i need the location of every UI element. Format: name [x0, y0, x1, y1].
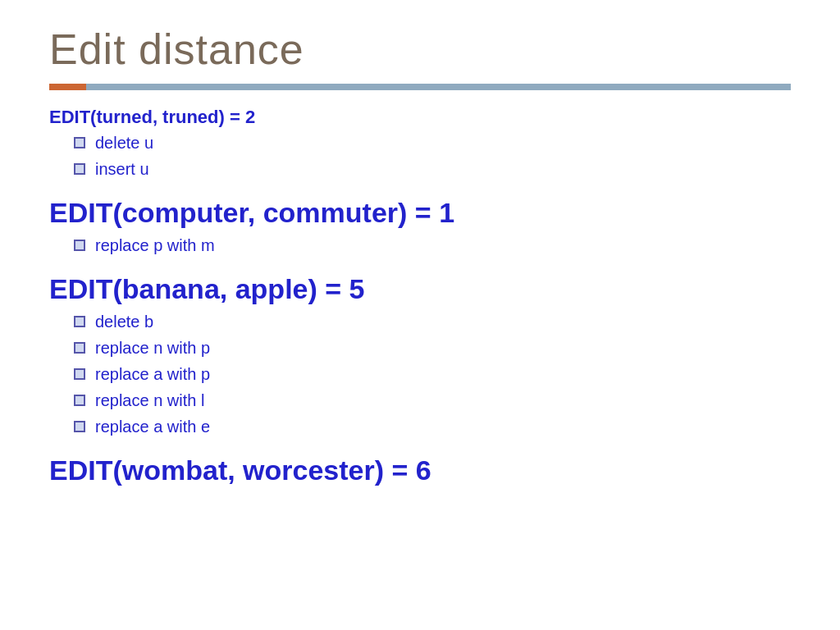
section-2-bullets: replace p with m	[49, 234, 791, 257]
bullet-icon	[74, 137, 85, 148]
section-1-heading: EDIT(turned, truned) = 2	[49, 107, 791, 128]
list-item: delete u	[74, 131, 791, 154]
bullet-icon	[74, 342, 85, 354]
list-item: replace n with p	[74, 336, 791, 359]
bullet-text: replace n with p	[95, 336, 210, 359]
bullet-icon	[74, 163, 85, 175]
section-1: EDIT(turned, truned) = 2 delete u insert…	[49, 107, 791, 180]
bullet-icon	[74, 368, 85, 380]
list-item: replace a with p	[74, 363, 791, 386]
bullet-icon	[74, 240, 85, 251]
divider-orange	[49, 84, 86, 90]
section-4: EDIT(wombat, worcester) = 6	[49, 454, 791, 486]
slide: Edit distance EDIT(turned, truned) = 2 d…	[0, 0, 840, 630]
section-2: EDIT(computer, commuter) = 1 replace p w…	[49, 197, 791, 257]
section-3-heading: EDIT(banana, apple) = 5	[49, 273, 791, 305]
list-item: insert u	[74, 158, 791, 180]
page-title: Edit distance	[49, 25, 791, 74]
section-3-bullets: delete b replace n with p replace a with…	[49, 310, 791, 438]
bullet-text: delete u	[95, 131, 153, 154]
content-area: EDIT(turned, truned) = 2 delete u insert…	[0, 90, 840, 486]
divider-blue	[86, 84, 791, 90]
bullet-icon	[74, 316, 85, 327]
bullet-text: replace n with l	[95, 389, 204, 412]
bullet-text: delete b	[95, 310, 153, 333]
list-item: replace n with l	[74, 389, 791, 412]
bullet-icon	[74, 421, 85, 432]
bullet-text: replace a with e	[95, 415, 210, 438]
section-2-heading: EDIT(computer, commuter) = 1	[49, 197, 791, 229]
divider-bar	[49, 84, 791, 90]
bullet-text: replace p with m	[95, 234, 215, 257]
list-item: delete b	[74, 310, 791, 333]
bullet-text: insert u	[95, 158, 149, 180]
bullet-text: replace a with p	[95, 363, 210, 386]
list-item: replace a with e	[74, 415, 791, 438]
bullet-icon	[74, 395, 85, 406]
section-4-heading: EDIT(wombat, worcester) = 6	[49, 454, 791, 486]
section-3: EDIT(banana, apple) = 5 delete b replace…	[49, 273, 791, 438]
list-item: replace p with m	[74, 234, 791, 257]
title-area: Edit distance	[0, 0, 840, 90]
section-1-bullets: delete u insert u	[49, 131, 791, 180]
